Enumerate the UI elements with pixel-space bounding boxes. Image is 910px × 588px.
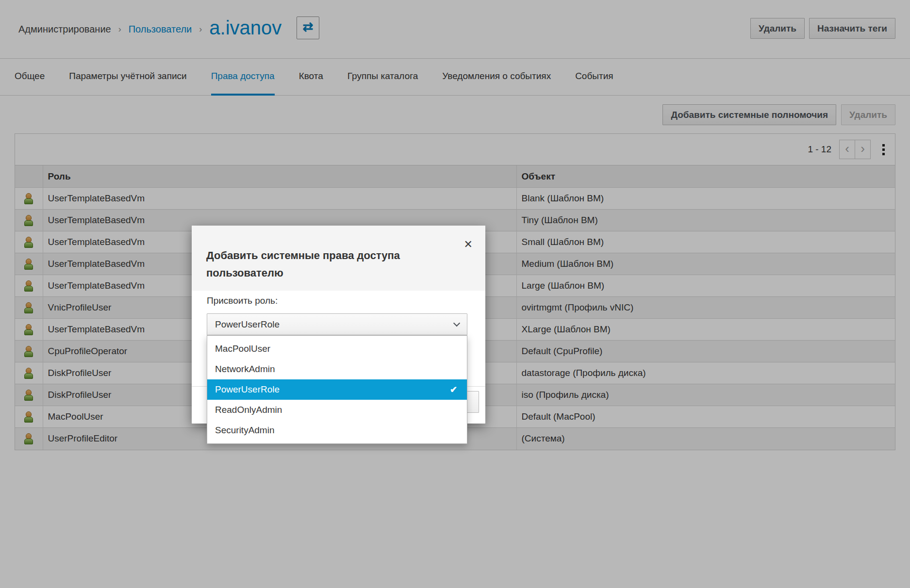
check-icon: ✔ <box>450 384 457 395</box>
option-label: PowerUserRole <box>215 384 280 395</box>
option-label: SecurityAdmin <box>215 425 275 436</box>
option-label: ReadOnlyAdmin <box>215 405 282 415</box>
dropdown-option[interactable]: ReadOnlyAdmin <box>207 400 467 420</box>
role-select[interactable]: PowerUserRole <box>207 313 467 335</box>
dropdown-option[interactable]: SecurityAdmin <box>207 420 467 441</box>
assign-role-label: Присвоить роль: <box>207 295 470 306</box>
dropdown-option[interactable]: NetworkAdmin <box>207 359 467 379</box>
dropdown-option[interactable]: MacPoolUser <box>207 339 467 359</box>
chevron-down-icon <box>453 320 460 327</box>
dropdown-option[interactable]: PowerUserRole ✔ <box>207 379 467 400</box>
modal-title: Добавить системные права доступа пользов… <box>206 226 434 282</box>
role-dropdown: MacPoolUser NetworkAdmin PowerUserRole ✔… <box>207 335 467 444</box>
modal-body: Присвоить роль: PowerUserRole <box>192 291 485 335</box>
add-permission-modal: Добавить системные права доступа пользов… <box>192 226 485 424</box>
modal-header: Добавить системные права доступа пользов… <box>192 226 485 291</box>
option-label: NetworkAdmin <box>215 364 275 375</box>
role-select-value: PowerUserRole <box>215 319 280 330</box>
close-icon[interactable]: ✕ <box>462 237 475 252</box>
option-label: MacPoolUser <box>215 343 270 354</box>
